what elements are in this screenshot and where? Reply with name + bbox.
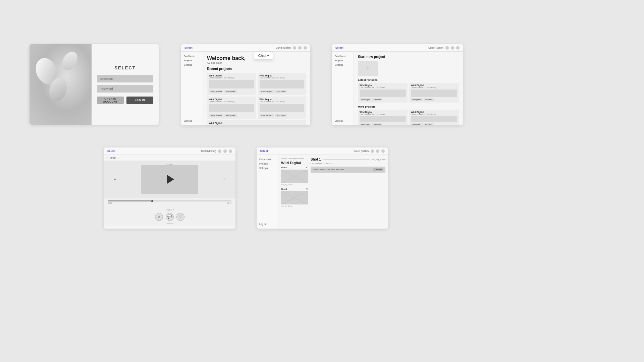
project-buttons-1: View Project Edit shots [209,90,254,93]
thumb-placeholder-2 [281,191,308,204]
rewind-icon[interactable]: « [114,177,116,182]
revision-thumb-1 [360,89,406,97]
password-input[interactable] [97,85,153,93]
review-project-title: Wild Digital [281,161,308,165]
project-label: Project # [166,209,174,211]
video-nav-user: Daniel (Editor) [201,150,216,152]
new-project-button[interactable]: + [358,61,378,76]
revision-edit-button-2[interactable]: Edit shots [424,98,434,101]
login-button[interactable]: LOG IN [126,97,153,104]
revision-view-button-2[interactable]: View project [411,98,423,101]
back-label[interactable]: Setup [110,157,116,159]
video-label: SETUP [166,164,173,166]
project-buttons-2: View Project Edit shots [260,90,305,93]
play-button-area[interactable] [141,165,198,194]
more-view-button-1[interactable]: View project [360,123,371,125]
view-project-button-2[interactable]: View Project [260,90,274,93]
comment-box: Daarin vaarwel shot circa dar video. Res… [311,167,385,173]
canvas: SELECT CREATE ACCOUNT LOG IN Select Dani… [0,0,644,362]
project-thumb-4 [260,104,305,112]
project-card-4: Wild Digital Last modified at 12:43 toda… [258,97,307,119]
avatar-icon[interactable] [304,46,307,50]
sidebar-logout[interactable]: Log out [184,120,200,122]
edit-shots-button-1[interactable]: Edit shots [224,90,236,93]
review-sidebar-dashboard[interactable]: Dashboard [259,158,275,161]
revision-edit-button-1[interactable]: Edit shots [372,98,382,101]
review-sidebar-projects[interactable]: Projects [259,163,275,165]
projects-avatar-icon[interactable] [456,46,460,50]
view-project-button-1[interactable]: View Project [209,90,223,93]
comment-text: Daarin vaarwel shot circa dar video. [313,169,344,171]
timeline-bar[interactable] [108,200,231,201]
edit-shots-button-2[interactable]: Edit shots [275,90,287,93]
review-logo: Select [260,149,268,153]
review-notification-icon[interactable] [371,149,374,153]
heart-icon: ♡ [179,215,182,219]
comment-action-button[interactable]: 💬 [166,213,174,221]
dashboard-subtitle: AV-specialist [207,61,306,64]
fast-forward-icon[interactable]: » [223,177,225,182]
project-name-4: Wild Digital [260,98,305,101]
more-edit-button-2[interactable]: Edit shots [424,123,434,125]
view-project-button-3[interactable]: View Project [209,114,223,117]
project-buttons-4: View Project Edit shots [260,114,305,117]
dashboard-card: Select Daniel (Editor) Dashboard Project… [181,44,310,125]
dashboard-nav-right: Daniel (Editor) [276,46,307,50]
more-card-1: Wild Digital Last modified at 12:43 toda… [358,110,408,125]
projects-sidebar-dashboard[interactable]: Dashboard [335,55,351,57]
review-avatar-icon[interactable] [381,149,385,153]
review-sidebar: Dashboard Projects Settings Log out [257,155,278,229]
review-sidebar-logout[interactable]: Log out [259,223,275,225]
shot-detail-file: wild_dig_1.mov [372,159,385,161]
chat-bubble[interactable]: Chat ▾ [254,52,273,60]
project-card-1: Wild Digital Last modified at 12:43 toda… [207,73,256,95]
projects-bell-icon[interactable] [451,46,454,50]
username-input[interactable] [97,75,153,82]
more-thumb-1 [360,116,406,122]
shot-item-2: Shot 2 ✕ wild_dig_2.mov [281,188,308,207]
dashboard-logo: Select [184,46,193,49]
shot-x-icon: ✕ [306,188,308,190]
dashboard-sidebar: Dashboard Projects Settings Log out [181,52,203,125]
more-name-2: Wild Digital [411,111,457,113]
review-sidebar-settings[interactable]: Settings [259,167,275,169]
more-edit-button-1[interactable]: Edit shots [372,123,382,125]
bell-icon[interactable] [298,46,302,50]
time-start: 00:00 [108,202,112,204]
more-view-button-2[interactable]: View project [411,123,423,125]
sidebar-item-dashboard[interactable]: Dashboard [184,55,200,57]
projects-sidebar-projects[interactable]: Projects [335,59,351,62]
more-projects-title: More projects [358,105,459,108]
project-card-3: Wild Digital Last modified at 12:43 toda… [207,97,256,119]
projects-sidebar-logout[interactable]: Log out [335,120,351,122]
revision-view-button-1[interactable]: View project [360,98,371,101]
edit-shots-button-3[interactable]: Edit shots [224,114,236,117]
project-buttons-3: View Project Edit shots [209,114,254,117]
more-thumb-2 [411,116,457,122]
project-thumb-1 [209,80,254,88]
video-bell-icon[interactable] [223,149,227,153]
time-end: 00:07 [227,202,231,204]
sidebar-item-projects[interactable]: Projects [184,59,200,62]
notification-icon[interactable] [293,46,296,50]
more-name-1: Wild Digital [360,111,406,113]
project-name-1: Wild Digital [209,74,254,77]
projects-nav-right: Daniel (Editor) [428,46,460,50]
close-action-button[interactable]: ✕ [155,213,163,221]
project-thumb-3 [209,104,254,112]
projects-notification-icon[interactable] [445,46,449,50]
video-avatar-icon[interactable] [229,149,232,153]
edit-shots-button-4[interactable]: Edit shots [275,114,287,117]
reply-button[interactable]: Respond [373,168,383,171]
view-project-button-4[interactable]: View Project [260,114,274,117]
shot-name-2: Shot 2 [281,188,287,190]
video-notification-icon[interactable] [218,149,221,153]
review-bell-icon[interactable] [376,149,379,153]
shot-label-1: Shot 1 ✓ [281,166,308,169]
revision-name-1: Wild Digital [360,84,406,86]
time-labels: 00:00 00:07 [108,202,231,204]
create-account-button[interactable]: CREATE ACCOUNT [97,97,124,104]
projects-sidebar-settings[interactable]: Settings [335,64,351,66]
like-action-button[interactable]: ♡ [176,213,184,221]
sidebar-item-settings[interactable]: Settings [184,64,200,66]
